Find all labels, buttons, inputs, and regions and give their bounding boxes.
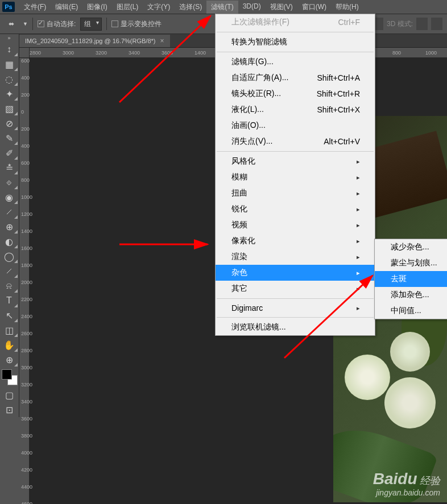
menu-编辑[interactable]: 编辑(E) — [51, 1, 82, 14]
filter-item-上次滤镜操作(F): 上次滤镜操作(F)Ctrl+F — [216, 14, 375, 30]
foreground-color[interactable] — [2, 369, 12, 380]
watermark: Baidu 经验 jingyan.baidu.com — [373, 470, 440, 497]
close-tab-icon[interactable]: × — [160, 37, 164, 45]
tool-3[interactable]: ✦ — [0, 86, 18, 101]
filter-item-Digimarc[interactable]: Digimarc — [216, 301, 375, 315]
tool-12[interactable]: ⊕ — [0, 219, 18, 234]
filter-item-扭曲[interactable]: 扭曲 — [216, 185, 375, 201]
arrow-down-icon[interactable]: ▼ — [23, 21, 28, 27]
tool-1[interactable]: ▦ — [0, 57, 18, 72]
menu-窗口[interactable]: 窗口(W) — [297, 1, 331, 14]
filter-item-杂色[interactable]: 杂色 — [216, 265, 375, 281]
noise-item-添加杂色...[interactable]: 添加杂色... — [375, 287, 447, 303]
ruler-corner — [19, 48, 30, 58]
filter-item-浏览联机滤镜...[interactable]: 浏览联机滤镜... — [216, 319, 375, 335]
filter-item-液化(L)...[interactable]: 液化(L)...Shift+Ctrl+X — [216, 102, 375, 118]
menu-滤镜[interactable]: 滤镜(T) — [206, 1, 238, 14]
filter-item-其它[interactable]: 其它 — [216, 281, 375, 297]
tool-4[interactable]: ▧ — [0, 101, 18, 116]
screenmode-icon[interactable]: ⊡ — [0, 402, 18, 417]
tool-5[interactable]: ⊘ — [0, 116, 18, 131]
tool-7[interactable]: ✐ — [0, 145, 18, 160]
tool-14[interactable]: ◯ — [0, 249, 18, 264]
document-title: IMG_20240509_111829.jpg @ 16.7%(RGB/8*) — [25, 38, 155, 44]
tool-17[interactable]: T — [0, 293, 18, 308]
noise-item-中间值...[interactable]: 中间值... — [375, 303, 447, 319]
tool-0[interactable]: ↕ — [0, 42, 18, 57]
tool-19[interactable]: ◫ — [0, 323, 18, 338]
move-tool-indicator: ⬌ — [5, 18, 18, 30]
menu-bar: Ps 文件(F)编辑(E)图像(I)图层(L)文字(Y)选择(S)滤镜(T)3D… — [0, 0, 447, 14]
noise-item-去斑[interactable]: 去斑 — [375, 271, 447, 287]
showtransform-label: 显示变换控件 — [121, 20, 162, 28]
panel-icon-2[interactable] — [431, 18, 442, 30]
color-swatches[interactable] — [2, 369, 18, 385]
document-tab[interactable]: IMG_20240509_111829.jpg @ 16.7%(RGB/8*) … — [19, 35, 170, 47]
filter-item-像素化[interactable]: 像素化 — [216, 233, 375, 249]
filter-item-视频[interactable]: 视频 — [216, 217, 375, 233]
menu-图层[interactable]: 图层(L) — [112, 1, 143, 14]
tool-11[interactable]: ⟋ — [0, 205, 18, 219]
noise-item-蒙尘与划痕...[interactable]: 蒙尘与划痕... — [375, 255, 447, 271]
filter-item-模糊[interactable]: 模糊 — [216, 169, 375, 185]
tool-16[interactable]: ⍾ — [0, 278, 18, 293]
tool-20[interactable]: ✋ — [0, 338, 18, 352]
noise-item-减少杂色...[interactable]: 减少杂色... — [375, 239, 447, 255]
tool-collapse[interactable]: » — [0, 34, 18, 42]
autoselect-dropdown[interactable]: 组 — [80, 18, 102, 31]
showtransform-checkbox[interactable] — [111, 20, 118, 27]
menu-选择[interactable]: 选择(S) — [175, 1, 206, 14]
menu-文字[interactable]: 文字(Y) — [143, 1, 175, 14]
filter-item-镜头校正(R)...[interactable]: 镜头校正(R)...Shift+Ctrl+R — [216, 86, 375, 102]
tool-9[interactable]: ⟐ — [0, 175, 18, 190]
filter-item-自适应广角(A)...[interactable]: 自适应广角(A)...Shift+Ctrl+A — [216, 70, 375, 86]
tool-10[interactable]: ◉ — [0, 190, 18, 205]
mode3d-label: 3D 模式: — [387, 19, 413, 29]
tool-13[interactable]: ◐ — [0, 234, 18, 249]
noise-submenu-dropdown: 减少杂色...蒙尘与划痕...去斑添加杂色...中间值... — [374, 239, 447, 319]
filter-item-风格化[interactable]: 风格化 — [216, 153, 375, 169]
autoselect-label: 自动选择: — [47, 20, 76, 28]
filter-item-锐化[interactable]: 锐化 — [216, 201, 375, 217]
tool-18[interactable]: ↖ — [0, 308, 18, 323]
filter-item-消失点(V)...[interactable]: 消失点(V)...Alt+Ctrl+V — [216, 134, 375, 149]
menu-3d[interactable]: 3D(D) — [238, 1, 266, 14]
menu-视图[interactable]: 视图(V) — [266, 1, 297, 14]
quickmask-icon[interactable]: ▢ — [0, 388, 18, 402]
filter-item-转换为智能滤镜[interactable]: 转换为智能滤镜 — [216, 34, 375, 50]
filter-item-油画(O)...[interactable]: 油画(O)... — [216, 118, 375, 134]
filter-item-滤镜库(G)...[interactable]: 滤镜库(G)... — [216, 54, 375, 70]
tool-15[interactable]: ⟋ — [0, 264, 18, 278]
tool-6[interactable]: ✎ — [0, 131, 18, 145]
menu-图像[interactable]: 图像(I) — [82, 1, 111, 14]
menu-文件[interactable]: 文件(F) — [19, 1, 51, 14]
ruler-vertical: 6004002000200400600800100012001400160018… — [19, 58, 30, 504]
tool-2[interactable]: ◌ — [0, 72, 18, 86]
menu-帮助[interactable]: 帮助(H) — [331, 1, 363, 14]
panel-icon-1[interactable] — [416, 18, 428, 30]
ps-logo: Ps — [2, 2, 15, 12]
filter-menu-dropdown: 上次滤镜操作(F)Ctrl+F转换为智能滤镜滤镜库(G)...自适应广角(A).… — [215, 14, 375, 336]
autoselect-checkbox[interactable] — [38, 20, 44, 27]
tool-21[interactable]: ⊕ — [0, 352, 18, 367]
filter-item-渲染[interactable]: 渲染 — [216, 249, 375, 265]
tool-8[interactable]: ≛ — [0, 160, 18, 175]
toolbox: » ↕▦◌✦▧⊘✎✐≛⟐◉⟋⊕◐◯⟋⍾T↖◫✋⊕ ▢ ⊡ — [0, 34, 19, 417]
